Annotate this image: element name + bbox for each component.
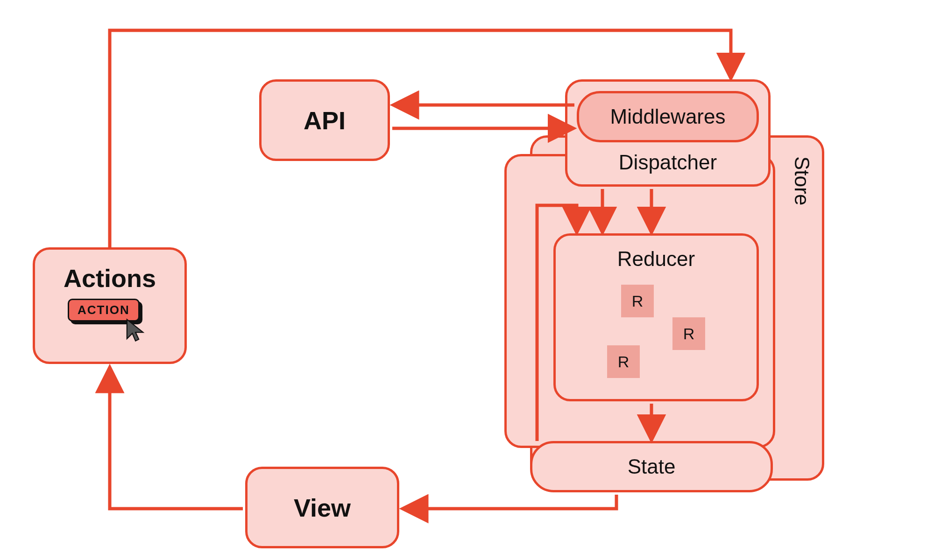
- reducer-chip: R: [621, 285, 654, 317]
- api-box: API: [259, 79, 390, 161]
- view-box: View: [245, 467, 399, 548]
- middlewares-box: Middlewares: [577, 91, 759, 142]
- state-box: State: [530, 441, 773, 492]
- reducer-chip-label: R: [632, 292, 644, 310]
- action-button-label: ACTION: [78, 303, 130, 317]
- state-label: State: [628, 455, 676, 478]
- reducer-chip-label: R: [683, 325, 695, 343]
- reducer-chip: R: [672, 317, 705, 350]
- edge-state-to-view: [404, 495, 616, 509]
- reducer-chip-label: R: [618, 353, 630, 371]
- middlewares-label: Middlewares: [610, 105, 726, 128]
- edge-view-to-actions: [110, 369, 243, 509]
- view-label: View: [294, 493, 351, 522]
- dispatcher-label: Dispatcher: [567, 151, 768, 174]
- store-label: Store: [790, 156, 814, 205]
- reducer-box: Reducer: [553, 233, 759, 401]
- reducer-chip: R: [607, 345, 640, 378]
- api-label: API: [304, 106, 346, 135]
- diagram-canvas: Store Dispatcher Middlewares Reducer R R…: [0, 0, 934, 560]
- actions-label: Actions: [35, 264, 184, 293]
- reducer-label: Reducer: [556, 247, 757, 271]
- cursor-icon: [124, 317, 149, 343]
